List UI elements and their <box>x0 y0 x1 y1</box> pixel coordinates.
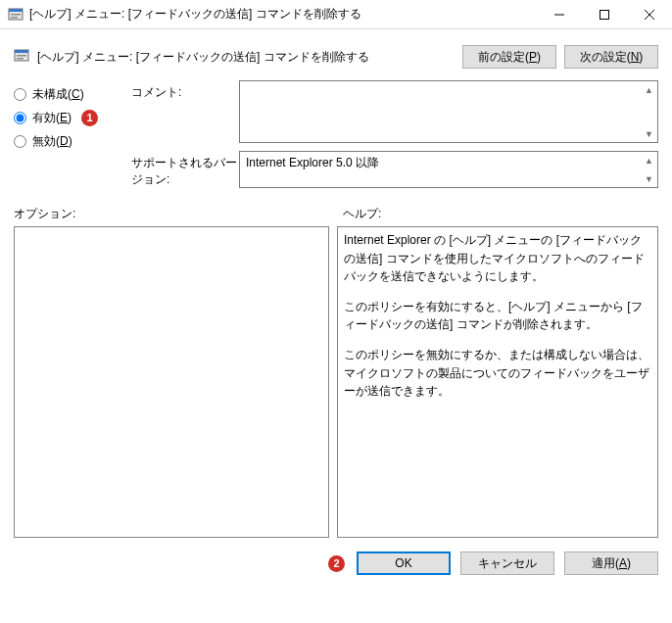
options-label: オプション: <box>14 206 343 222</box>
kv-column: コメント: ▲ ▼ サポートされるバージョン: Internet Explore… <box>131 80 658 196</box>
cancel-button[interactable]: キャンセル <box>460 551 554 575</box>
apply-button[interactable]: 適用(A) <box>564 551 658 575</box>
help-label: ヘルプ: <box>343 206 658 222</box>
supported-row: サポートされるバージョン: Internet Explorer 5.0 以降 ▲… <box>131 151 658 188</box>
radio-column: 未構成(C) 有効(E) 1 無効(D) <box>14 80 121 196</box>
header-row: [ヘルプ] メニュー: [フィードバックの送信] コマンドを削除する 前の設定(… <box>0 29 672 78</box>
radio-enabled[interactable]: 有効(E) 1 <box>14 106 121 129</box>
comment-label: コメント: <box>131 80 239 101</box>
comment-row: コメント: ▲ ▼ <box>131 80 658 143</box>
svg-rect-2 <box>11 14 21 16</box>
svg-rect-11 <box>17 58 24 60</box>
svg-rect-1 <box>9 9 23 12</box>
help-paragraph-3: このポリシーを無効にするか、または構成しない場合は、マイクロソフトの製品について… <box>344 346 651 401</box>
policy-icon <box>8 7 24 23</box>
maximize-button[interactable] <box>582 0 627 29</box>
next-setting-button[interactable]: 次の設定(N) <box>564 45 658 69</box>
comment-textarea[interactable]: ▲ ▼ <box>239 80 658 143</box>
scroll-down-icon[interactable]: ▼ <box>642 126 656 141</box>
titlebar: [ヘルプ] メニュー: [フィードバックの送信] コマンドを削除する <box>0 0 672 29</box>
scroll-up-icon[interactable]: ▲ <box>642 153 656 168</box>
help-paragraph-2: このポリシーを有効にすると、[ヘルプ] メニューから [フィードバックの送信] … <box>344 298 651 334</box>
minimize-button[interactable] <box>537 0 582 29</box>
annotation-step-2: 2 <box>328 555 345 572</box>
svg-rect-10 <box>17 55 26 57</box>
radio-not-configured[interactable]: 未構成(C) <box>14 82 121 106</box>
help-paragraph-1: Internet Explorer の [ヘルプ] メニューの [フィードバック… <box>344 231 651 286</box>
svg-rect-9 <box>15 50 28 53</box>
previous-setting-button[interactable]: 前の設定(P) <box>462 45 556 69</box>
ok-button[interactable]: OK <box>357 551 451 575</box>
svg-rect-3 <box>11 17 18 19</box>
radio-enabled-input[interactable] <box>14 112 26 124</box>
panes: Internet Explorer の [ヘルプ] メニューの [フィードバック… <box>0 226 672 538</box>
supported-textarea: Internet Explorer 5.0 以降 ▲ ▼ <box>239 151 658 188</box>
supported-label: サポートされるバージョン: <box>131 151 239 188</box>
footer: 2 OK キャンセル 適用(A) <box>0 538 672 575</box>
help-pane: Internet Explorer の [ヘルプ] メニューの [フィードバック… <box>337 226 658 538</box>
scroll-up-icon[interactable]: ▲ <box>642 82 656 97</box>
radio-disabled-input[interactable] <box>14 135 26 148</box>
radio-enabled-label: 有効(E) <box>32 110 72 126</box>
scroll-down-icon[interactable]: ▼ <box>642 171 656 186</box>
radio-not-configured-input[interactable] <box>14 88 26 101</box>
form-upper: 未構成(C) 有効(E) 1 無効(D) コメント: ▲ ▼ <box>0 78 672 200</box>
svg-rect-5 <box>600 10 609 19</box>
radio-disabled[interactable]: 無効(D) <box>14 129 121 153</box>
annotation-step-1: 1 <box>81 110 98 126</box>
radio-not-configured-label: 未構成(C) <box>32 86 84 103</box>
comment-value <box>240 81 657 142</box>
window-title: [ヘルプ] メニュー: [フィードバックの送信] コマンドを削除する <box>29 6 537 23</box>
radio-disabled-label: 無効(D) <box>32 133 72 150</box>
close-button[interactable] <box>627 0 672 29</box>
supported-value: Internet Explorer 5.0 以降 <box>240 152 657 187</box>
section-labels: オプション: ヘルプ: <box>0 200 672 226</box>
policy-icon <box>14 48 29 67</box>
header-title: [ヘルプ] メニュー: [フィードバックの送信] コマンドを削除する <box>37 49 455 66</box>
options-pane <box>14 226 329 538</box>
